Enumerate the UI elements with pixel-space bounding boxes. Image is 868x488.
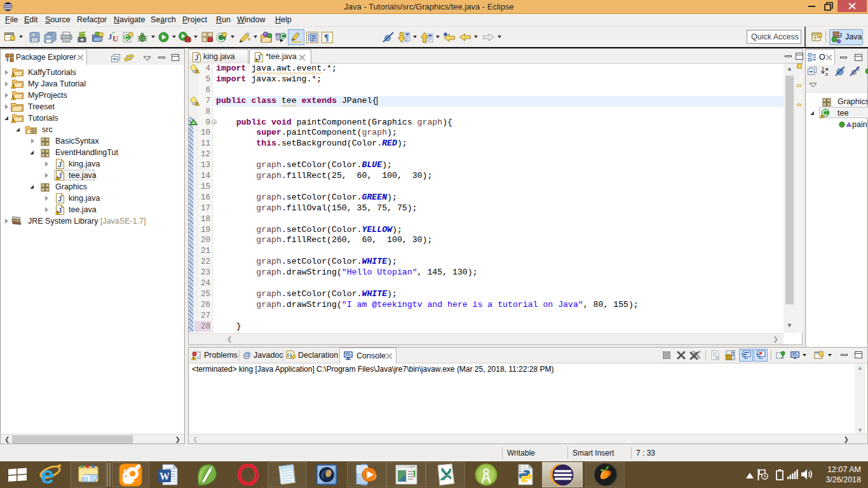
svg-text:J: J: [839, 31, 843, 39]
svg-text:U: U: [112, 34, 119, 43]
svg-text:e: e: [41, 463, 54, 486]
svg-text:¶: ¶: [324, 33, 329, 43]
svg-text:W: W: [159, 471, 170, 482]
svg-text:z: z: [825, 71, 828, 76]
